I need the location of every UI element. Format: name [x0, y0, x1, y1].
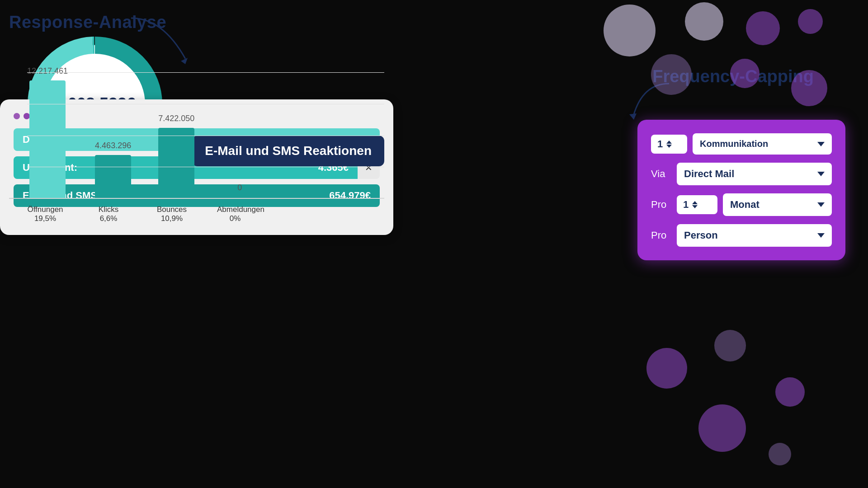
direct-mail-dropdown-arrow — [817, 172, 825, 176]
bar-oeffnungen-rect — [29, 80, 66, 198]
bubble-12 — [769, 443, 791, 465]
bubble-8 — [646, 348, 687, 389]
bubble-4 — [798, 9, 823, 34]
monat-dropdown[interactable]: Monat — [723, 193, 832, 216]
person-dropdown-arrow — [817, 233, 825, 238]
bar-abmeldungen: 0 — [222, 183, 258, 198]
bar-klicks-value: 4.463.296 — [95, 141, 131, 150]
bar-chart: 12.217.461 4.463.296 7.422.050 — [9, 72, 384, 235]
bar-bounces-rect — [158, 128, 194, 198]
monat-dropdown-arrow — [817, 202, 825, 207]
bubble-10 — [775, 377, 805, 407]
pro-label-2: Pro — [651, 230, 671, 241]
label-klicks: Klicks 6,6% — [90, 205, 127, 223]
pro-label-1: Pro — [651, 199, 671, 211]
bubble-3 — [746, 11, 780, 45]
bubble-1 — [604, 5, 656, 56]
kommunikation-dropdown-arrow — [817, 142, 825, 146]
spinbox-1-down[interactable] — [666, 145, 672, 148]
spinbox-1-arrows[interactable] — [666, 141, 672, 148]
spinbox-2-value: 1 — [683, 199, 689, 211]
direct-mail-label: Direct Mail — [684, 168, 734, 180]
bar-klicks: 4.463.296 — [95, 141, 131, 198]
info-card: Datei: 349.188€ Unbekannt: 4.365€ ✕ E-Ma… — [0, 99, 393, 235]
label-bounces: Bounces 10,9% — [154, 205, 190, 223]
spinbox-2-down[interactable] — [692, 205, 698, 208]
svg-marker-6 — [629, 113, 637, 120]
person-dropdown[interactable]: Person — [677, 224, 832, 247]
svg-marker-0 — [181, 58, 188, 64]
bars-container: 12.217.461 4.463.296 7.422.050 — [9, 72, 384, 199]
label-oeffnungen: Öffnungen 19,5% — [27, 205, 63, 223]
bubble-6 — [730, 59, 760, 88]
freq-row-kommunikation: 1 Kommunikation — [651, 133, 832, 155]
kommunikation-spinbox[interactable]: 1 — [651, 135, 687, 154]
monat-spinbox[interactable]: 1 — [677, 195, 717, 214]
freq-row-via: Via Direct Mail — [651, 163, 832, 185]
bubble-5 — [651, 54, 692, 95]
right-section: Frequency-Capping 1 Kommunikation — [434, 0, 868, 488]
kommunikation-dropdown[interactable]: Kommunikation — [693, 133, 832, 155]
bar-oeffnungen-value: 12.217.461 — [27, 66, 68, 76]
bar-abmeldungen-rect — [222, 197, 258, 198]
freq-row-person: Pro Person — [651, 224, 832, 247]
spinbox-1-value: 1 — [657, 138, 663, 150]
spinbox-1-up[interactable] — [666, 141, 672, 144]
via-label: Via — [651, 168, 671, 180]
bubble-7 — [791, 70, 827, 106]
left-section: Response-Analyse 1.008.532€ — [0, 0, 407, 488]
freq-row-monat: Pro 1 Monat — [651, 193, 832, 216]
bubble-11 — [698, 404, 746, 452]
spinbox-2-up[interactable] — [692, 201, 698, 204]
person-label: Person — [684, 230, 718, 241]
spinbox-2-arrows[interactable] — [692, 201, 698, 208]
bar-oeffnungen: 12.217.461 — [27, 66, 68, 198]
kommunikation-label: Kommunikation — [700, 139, 768, 149]
bar-bounces: 7.422.050 — [158, 114, 194, 198]
bar-labels: Öffnungen 19,5% Klicks 6,6% Bounces 10,9… — [9, 205, 384, 223]
bar-abmeldungen-value: 0 — [237, 183, 242, 192]
bubble-9 — [714, 330, 746, 361]
bubble-2 — [685, 2, 723, 41]
monat-label: Monat — [730, 199, 760, 211]
label-abmeldungen: Abmeldungen 0% — [217, 205, 253, 223]
bar-bounces-value: 7.422.050 — [158, 114, 194, 123]
direct-mail-dropdown[interactable]: Direct Mail — [677, 163, 832, 185]
frequency-card: 1 Kommunikation Via Direct Mail Pro — [637, 120, 845, 260]
bar-klicks-rect — [95, 155, 131, 198]
